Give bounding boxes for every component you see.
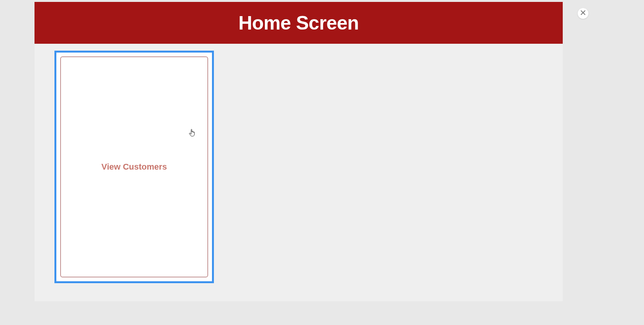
close-button[interactable] — [578, 8, 588, 19]
header-bar: Home Screen — [34, 2, 563, 44]
page-title: Home Screen — [238, 12, 359, 34]
card-inner: View Customers — [60, 56, 208, 277]
view-customers-card[interactable]: View Customers — [54, 51, 214, 283]
close-icon — [580, 10, 586, 17]
card-label: View Customers — [102, 162, 167, 172]
content-area: View Customers — [34, 44, 563, 290]
main-container: Home Screen View Customers — [34, 2, 563, 301]
